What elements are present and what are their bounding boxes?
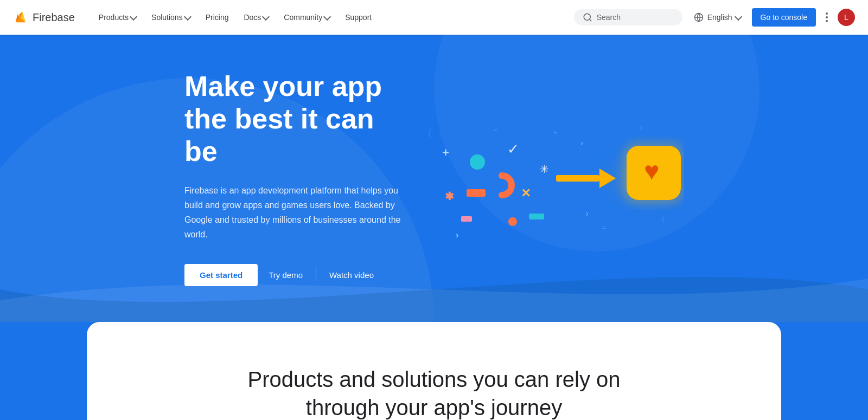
products-title: Products and solutions you can rely on t… <box>244 365 624 420</box>
nav-docs[interactable]: Docs <box>237 9 275 26</box>
language-selector[interactable]: English <box>689 9 745 26</box>
svg-text:✕: ✕ <box>521 186 531 200</box>
chevron-down-icon <box>323 12 331 20</box>
svg-text:›: › <box>586 209 589 218</box>
search-bar[interactable]: Search <box>574 9 682 25</box>
svg-text:✱: ✱ <box>445 190 454 202</box>
logo-text: Firebase <box>33 11 75 24</box>
svg-point-6 <box>470 154 485 170</box>
svg-point-10 <box>508 217 517 226</box>
svg-text:=: = <box>602 224 606 231</box>
avatar[interactable]: L <box>838 9 855 26</box>
svg-rect-11 <box>529 214 544 219</box>
navbar: Firebase Products Solutions Pricing Docs… <box>0 0 868 35</box>
watch-video-button[interactable]: Watch video <box>318 264 385 286</box>
products-card: Products and solutions you can rely on t… <box>87 322 781 420</box>
try-demo-button[interactable]: Try demo <box>258 264 314 286</box>
svg-text:): ) <box>640 124 642 131</box>
hero-illustration-svg: + ✱ › ✓ ✕ <box>412 92 684 265</box>
language-label: English <box>707 13 732 22</box>
svg-rect-5 <box>467 189 486 197</box>
svg-text:+: + <box>553 129 557 137</box>
hero-title: Make your app the best it can be <box>184 70 412 167</box>
svg-text:✳: ✳ <box>540 163 549 175</box>
chevron-down-icon <box>735 12 742 20</box>
svg-text:✓: ✓ <box>507 141 519 157</box>
svg-rect-13 <box>556 175 599 182</box>
svg-text:(: ( <box>662 215 665 223</box>
svg-rect-7 <box>461 216 472 222</box>
navbar-right: Search English Go to console L <box>574 8 855 27</box>
svg-text:›: › <box>456 230 458 240</box>
firebase-flame-icon <box>13 10 28 25</box>
svg-text:=: = <box>494 126 497 134</box>
firebase-logo[interactable]: Firebase <box>13 10 75 25</box>
chevron-down-icon <box>130 12 137 20</box>
chevron-down-icon <box>184 12 192 20</box>
hero-description: Firebase is an app development platform … <box>184 183 412 242</box>
chevron-down-icon <box>262 12 270 20</box>
svg-text:+: + <box>442 146 449 159</box>
hero-content: Make your app the best it can be Firebas… <box>54 70 814 286</box>
hero-section: Make your app the best it can be Firebas… <box>0 35 868 322</box>
more-options-button[interactable] <box>822 8 831 27</box>
svg-text:{: { <box>429 128 431 137</box>
get-started-button[interactable]: Get started <box>184 264 258 286</box>
hero-buttons: Get started Try demo Watch video <box>184 264 412 286</box>
nav-solutions[interactable]: Solutions <box>145 9 197 26</box>
svg-text:♥: ♥ <box>644 157 660 185</box>
search-label: Search <box>597 13 621 22</box>
bottom-section: Products and solutions you can rely on t… <box>0 322 868 420</box>
nav-community[interactable]: Community <box>277 9 336 26</box>
svg-text:›: › <box>580 139 583 147</box>
go-to-console-button[interactable]: Go to console <box>752 8 816 27</box>
hero-text-block: Make your app the best it can be Firebas… <box>184 70 412 286</box>
nav-support[interactable]: Support <box>339 9 378 26</box>
main-nav: Products Solutions Pricing Docs Communit… <box>92 9 574 26</box>
nav-products[interactable]: Products <box>92 9 143 26</box>
globe-icon <box>693 12 704 23</box>
button-divider <box>316 268 316 281</box>
hero-illustration: + ✱ › ✓ ✕ <box>412 75 684 281</box>
nav-pricing[interactable]: Pricing <box>199 9 235 26</box>
search-icon <box>583 12 592 22</box>
